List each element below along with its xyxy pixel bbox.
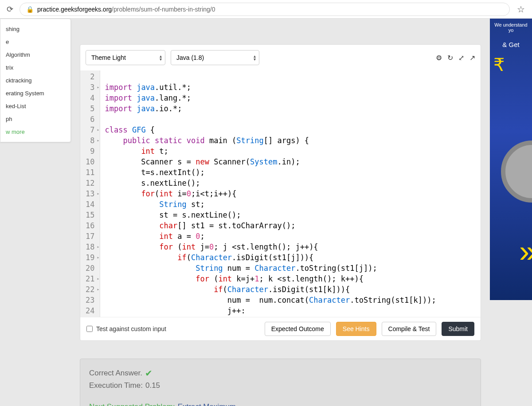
chevrons-icon: »	[519, 234, 532, 269]
gutter-line: 10	[86, 156, 94, 167]
ad-get-text: & Get	[490, 36, 532, 53]
url-domain: practice.geeksforgeeks.org	[37, 6, 112, 13]
bookmark-star-icon[interactable]: ☆	[514, 4, 528, 15]
code-line[interactable]: int a = 0;	[105, 231, 436, 242]
code-editor[interactable]: 23456789101112131415161718192021222324 i…	[80, 70, 481, 317]
code-line[interactable]: num = num.concat(Character.toString(st1[…	[105, 295, 436, 305]
exec-time-label: Execution Time:	[89, 381, 143, 390]
main-column: Theme Light ▴▾ Java (1.8) ▴▾ ⚙ ↻ ⤢ ↗	[71, 19, 490, 406]
editor-footer: Test against custom input Expected Outco…	[80, 317, 481, 340]
code-line[interactable]: for (int k=j+1; k <st.length(); k++){	[105, 273, 436, 284]
code-line[interactable]: st = s.nextLine();	[105, 210, 436, 220]
gutter-line: 24	[86, 305, 94, 316]
reset-icon[interactable]: ↻	[447, 54, 453, 62]
code-line[interactable]: int t;	[105, 146, 436, 156]
gutter-line: 9	[86, 146, 94, 156]
custom-input-checkbox-input[interactable]	[86, 326, 93, 332]
code-line[interactable]: if(Character.isDigit(st1[j])){	[105, 252, 436, 263]
url-path: /problems/sum-of-numbers-in-string/0	[112, 6, 215, 13]
fullscreen-icon[interactable]: ↗	[469, 54, 475, 62]
code-line[interactable]	[105, 71, 436, 82]
code-line[interactable]: Scanner s = new Scanner(System.in);	[105, 156, 436, 167]
gutter-line: 13	[86, 188, 94, 199]
sidebar-item[interactable]: trix	[0, 61, 70, 74]
next-suggested-label: Next Suggested Problem:	[89, 402, 175, 406]
code-line[interactable]: for(int i=0;i<t;i++){	[105, 188, 436, 199]
code-line[interactable]: t=s.nextInt();	[105, 167, 436, 178]
code-line[interactable]: import java.lang.*;	[105, 93, 436, 103]
gutter-line: 19	[86, 252, 94, 263]
sidebar-item[interactable]: shing	[0, 23, 70, 35]
gutter-line: 18	[86, 242, 94, 252]
sidebar-item[interactable]: ked-List	[0, 100, 70, 113]
code-line[interactable]	[105, 114, 436, 125]
url-bar[interactable]: 🔒 practice.geeksforgeeks.org/problems/su…	[20, 3, 510, 16]
film-reel-icon	[501, 141, 532, 203]
code-line[interactable]: if(Character.isDigit(st1[k])){	[105, 284, 436, 295]
gutter-line: 14	[86, 199, 94, 210]
gutter-line: 22	[86, 284, 94, 295]
check-icon: ✔	[145, 368, 153, 379]
see-hints-button[interactable]: See Hints	[336, 322, 376, 336]
rupee-icon: ₹	[490, 53, 532, 75]
gutter-line: 23	[86, 295, 94, 305]
code-line[interactable]: s.nextLine();	[105, 178, 436, 188]
gutter-line: 17	[86, 231, 94, 242]
language-select[interactable]: Java (1.8)	[171, 50, 259, 65]
gutter-line: 20	[86, 263, 94, 273]
code-line[interactable]: import java.io.*;	[105, 103, 436, 114]
theme-select[interactable]: Theme Light	[86, 50, 165, 65]
gutter-line: 16	[86, 220, 94, 231]
code-line[interactable]: public static void main (String[] args) …	[105, 135, 436, 146]
gutter-line: 11	[86, 167, 94, 178]
code-line[interactable]: String st;	[105, 199, 436, 210]
editor-toolbar: Theme Light ▴▾ Java (1.8) ▴▾ ⚙ ↻ ⤢ ↗	[80, 45, 481, 70]
gutter-line: 5	[86, 103, 94, 114]
sidebar: shingeAlgorithmtrixcktrackingerating Sys…	[0, 19, 71, 142]
lock-icon: 🔒	[26, 6, 34, 13]
correct-answer-text: Correct Answer.	[89, 369, 142, 378]
result-panel: Correct Answer. ✔ Execution Time:0.15 Ne…	[80, 359, 481, 406]
gutter-line: 8	[86, 135, 94, 146]
ad-top-text: We understand yo	[490, 19, 532, 36]
gutter-line: 21	[86, 273, 94, 284]
next-suggested-link[interactable]: Extract Maximum	[178, 402, 236, 406]
exec-time-value: 0.15	[145, 381, 160, 390]
code-line[interactable]: j++:	[105, 305, 436, 316]
settings-gear-icon[interactable]: ⚙	[436, 54, 442, 62]
ad-rail[interactable]: We understand yo & Get ₹ »	[490, 19, 532, 300]
code-line[interactable]: String num = Character.toString(st1[j]);	[105, 263, 436, 273]
code-line[interactable]: for (int j=0; j <st.length(); j++){	[105, 242, 436, 252]
expand-icon[interactable]: ⤢	[458, 54, 464, 62]
editor-card: Theme Light ▴▾ Java (1.8) ▴▾ ⚙ ↻ ⤢ ↗	[80, 44, 481, 341]
expected-outcome-button[interactable]: Expected Outcome	[265, 322, 331, 336]
gutter-line: 4	[86, 93, 94, 103]
gutter-line: 6	[86, 114, 94, 125]
code-line[interactable]: char[] st1 = st.toCharArray();	[105, 220, 436, 231]
compile-test-button[interactable]: Compile & Test	[382, 322, 437, 336]
line-gutter: 23456789101112131415161718192021222324	[80, 70, 100, 317]
gutter-line: 3	[86, 82, 94, 93]
code-line[interactable]: import java.util.*;	[105, 82, 436, 93]
sidebar-item[interactable]: cktracking	[0, 74, 70, 87]
gutter-line: 15	[86, 210, 94, 220]
code-line[interactable]: class GFG {	[105, 125, 436, 135]
submit-button[interactable]: Submit	[442, 322, 474, 336]
sidebar-item[interactable]: erating System	[0, 87, 70, 100]
reload-icon[interactable]: ⟳	[4, 4, 15, 15]
sidebar-item[interactable]: e	[0, 35, 70, 48]
custom-input-checkbox[interactable]: Test against custom input	[86, 325, 166, 332]
gutter-line: 7	[86, 125, 94, 135]
sidebar-item[interactable]: Algorithm	[0, 48, 70, 61]
gutter-line: 12	[86, 178, 94, 188]
browser-address-bar: ⟳ 🔒 practice.geeksforgeeks.org/problems/…	[0, 0, 532, 19]
sidebar-show-more[interactable]: w more	[0, 125, 70, 138]
custom-input-label: Test against custom input	[96, 325, 166, 332]
sidebar-item[interactable]: ph	[0, 113, 70, 125]
code-body[interactable]: import java.util.*;import java.lang.*;im…	[100, 70, 440, 317]
gutter-line: 2	[86, 71, 94, 82]
